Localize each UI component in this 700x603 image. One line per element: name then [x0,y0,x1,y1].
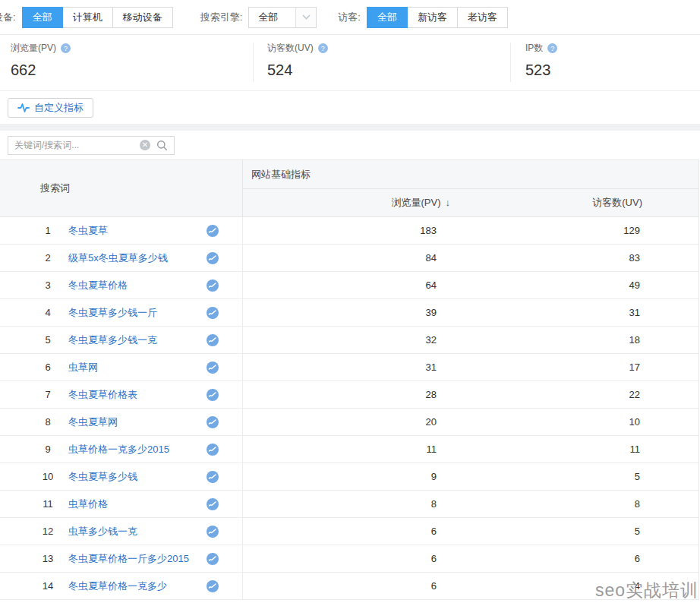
row-keyword: 冬虫夏草网 [68,415,242,429]
row-keyword: 冬虫夏草 [68,224,242,238]
trend-chart-icon[interactable] [207,498,219,510]
row-keyword: 冬虫夏草多少钱一斤 [68,306,242,320]
device-option-all[interactable]: 全部 [22,7,63,28]
row-pv: 6 [243,526,486,537]
trend-chart-icon[interactable] [207,225,219,237]
custom-metrics-label: 自定义指标 [34,101,84,115]
row-uv: 4 [486,580,698,592]
row-keyword: 冬虫夏草价格一克多少 [68,579,242,593]
keyword-search-box: ✕ [8,136,175,155]
table-row: 14 冬虫夏草价格一克多少 6 4 [0,573,698,600]
metrics-summary: 浏览量(PV) ? 662 访客数(UV) ? 524 IP数 ? 523 [0,35,700,91]
trend-chart-icon[interactable] [207,416,219,428]
trend-chart-icon[interactable] [207,526,219,538]
keyword-search-input[interactable] [8,140,140,150]
keyword-link[interactable]: 级草5x冬虫夏草多少钱 [68,251,168,265]
row-rank: 10 [27,471,68,482]
keyword-link[interactable]: 冬虫夏草价格 [68,279,128,292]
row-uv: 10 [486,416,698,428]
row-keyword: 冬虫夏草多少钱一克 [68,333,242,347]
section-divider [0,124,700,131]
row-keyword: 冬虫夏草多少钱 [68,470,242,484]
table-row: 12 虫草多少钱一克 6 5 [0,518,698,545]
keyword-link[interactable]: 冬虫夏草网 [68,415,118,429]
row-keyword-cell: 6 虫草网 [0,354,243,380]
table-row: 5 冬虫夏草多少钱一克 32 18 [0,327,698,354]
search-row: ✕ [0,131,700,159]
sub-header-row: 浏览量(PV)↓ 访客数(UV) [243,189,698,216]
keyword-link[interactable]: 冬虫夏草多少钱一克 [68,333,157,347]
row-pv: 9 [243,471,486,482]
search-icon[interactable] [156,140,168,151]
trend-chart-icon[interactable] [207,389,219,401]
keyword-link[interactable]: 冬虫夏草 [68,224,108,238]
trend-chart-icon[interactable] [207,580,219,592]
metric-uv-label: 访客数(UV) [267,42,314,55]
row-keyword-cell: 1 冬虫夏草 [0,217,243,244]
row-keyword-cell: 9 虫草价格一克多少2015 [0,436,243,463]
metric-pv-value: 662 [11,62,71,79]
sort-desc-icon: ↓ [446,197,451,208]
row-keyword-cell: 7 冬虫夏草价格表 [0,381,243,408]
help-icon[interactable]: ? [61,43,71,53]
metric-divider [253,43,254,82]
row-rank: 13 [27,553,68,564]
visitor-option-all[interactable]: 全部 [367,7,408,28]
trend-chart-icon[interactable] [207,334,219,346]
row-keyword-cell: 14 冬虫夏草价格一克多少 [0,573,243,599]
row-pv: 6 [243,553,486,564]
trend-chart-icon[interactable] [207,471,219,483]
device-option-mobile[interactable]: 移动设备 [112,7,173,28]
keyword-link[interactable]: 虫草网 [68,361,98,374]
trend-chart-icon[interactable] [207,279,219,292]
row-rank: 1 [27,225,68,236]
keyword-link[interactable]: 虫草价格 [68,497,108,511]
column-header-pv[interactable]: 浏览量(PV)↓ [243,196,486,210]
column-header-uv[interactable]: 访客数(UV) [486,196,698,210]
row-rank: 11 [27,498,68,510]
row-pv: 31 [243,361,486,373]
visitor-option-returning[interactable]: 老访客 [457,7,508,28]
device-option-computer[interactable]: 计算机 [62,7,113,28]
row-uv: 49 [486,279,698,291]
trend-chart-icon[interactable] [207,553,219,565]
metric-uv: 访客数(UV) ? 524 [267,42,328,79]
keyword-link[interactable]: 冬虫夏草多少钱一斤 [68,306,157,320]
row-keyword-cell: 13 冬虫夏草价格一斤多少2015 [0,545,243,572]
toolbar: 自定义指标 [0,91,700,124]
help-icon[interactable]: ? [318,43,328,53]
keyword-link[interactable]: 冬虫夏草多少钱 [68,470,137,484]
table-header: 搜索词 网站基础指标 浏览量(PV)↓ 访客数(UV) [0,160,698,217]
visitor-option-new[interactable]: 新访客 [407,7,458,28]
row-rank: 4 [27,307,68,318]
clear-input-icon[interactable]: ✕ [140,140,150,150]
row-rank: 3 [27,279,68,291]
trend-chart-icon[interactable] [207,361,219,374]
row-uv: 31 [486,307,698,318]
keyword-link[interactable]: 冬虫夏草价格一斤多少2015 [68,552,189,566]
help-icon[interactable]: ? [547,43,557,53]
metric-uv-value: 524 [267,62,328,79]
keyword-link[interactable]: 虫草价格一克多少2015 [68,443,169,456]
keyword-link[interactable]: 冬虫夏草价格表 [68,388,137,402]
row-keyword-cell: 12 虫草多少钱一克 [0,518,243,545]
row-pv: 11 [243,444,486,455]
device-filter-label: 设备: [0,11,16,24]
custom-metrics-button[interactable]: 自定义指标 [8,98,93,118]
row-pv: 8 [243,498,486,510]
row-uv: 129 [486,225,698,236]
row-rank: 8 [27,416,68,428]
trend-chart-icon[interactable] [207,444,219,456]
row-rank: 14 [27,580,68,592]
row-pv: 32 [243,334,486,346]
search-engine-select[interactable]: 全部 [248,7,317,28]
trend-chart-icon[interactable] [207,307,219,319]
row-uv: 18 [486,334,698,346]
row-pv: 64 [243,279,486,291]
table-row: 3 冬虫夏草价格 64 49 [0,272,698,299]
metric-ip-label: IP数 [525,42,543,55]
keyword-link[interactable]: 冬虫夏草价格一克多少 [68,579,167,593]
row-keyword: 虫草价格 [68,497,242,511]
trend-chart-icon[interactable] [207,252,219,264]
keyword-link[interactable]: 虫草多少钱一克 [68,525,137,538]
